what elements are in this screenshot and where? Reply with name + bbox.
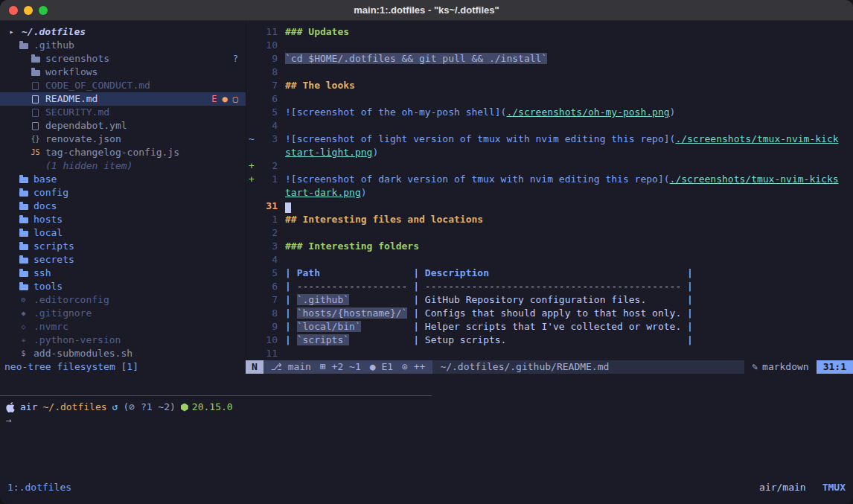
tree-item-base[interactable]: base [0, 173, 246, 186]
tree-item-label: CODE_OF_CONDUCT.md [45, 79, 150, 92]
editor-line[interactable]: 4 [246, 119, 853, 133]
tree-item-readme-md[interactable]: README.mdE●▢ [0, 92, 246, 106]
tree-item-label: .editorconfig [33, 293, 109, 307]
editor-line[interactable]: start-light.png) [246, 146, 853, 159]
tree-item-screenshots[interactable]: screenshots? [0, 52, 246, 66]
editor-line[interactable]: 9| `local/bin` | Helper scripts that I'v… [246, 320, 853, 334]
tree-item-scripts[interactable]: scripts [0, 240, 246, 253]
neo-tree-items: ▸~/.dotfiles.githubscreenshots?workflows… [0, 25, 246, 360]
filetype-indicator: ✎ markdown [744, 360, 816, 374]
tree-item-ssh[interactable]: ssh [0, 267, 246, 280]
editor-line[interactable]: +1![screenshot of dark version of tmux w… [246, 173, 853, 186]
gutter-sign [246, 240, 257, 253]
git-status-badges: E●▢ [211, 92, 238, 106]
editor-line[interactable]: ~3![screenshot of light version of tmux … [246, 133, 853, 146]
tree-item-hosts[interactable]: hosts [0, 213, 246, 226]
editor-line[interactable]: 10 [246, 39, 853, 52]
tree-item-docs[interactable]: docs [0, 200, 246, 213]
gutter-sign [246, 253, 257, 267]
editor-line[interactable]: 10| `scripts` | Setup scripts. | [246, 334, 853, 347]
tree-item-secrets[interactable]: secrets [0, 253, 246, 267]
shell-pane[interactable]: air ~/.dotfiles ↺ (⊘ ?1 ~2) 20.15.0 → [0, 396, 853, 480]
gutter-sign: ~ [246, 133, 257, 146]
tmux-session: air/main [759, 482, 806, 493]
cursor [285, 202, 291, 213]
tree-item-config[interactable]: config [0, 186, 246, 200]
gutter-sign [246, 92, 257, 106]
git-status-badges: ? [233, 52, 238, 66]
editor-line[interactable]: 8 [246, 66, 853, 79]
editor-line[interactable]: 7## The looks [246, 79, 853, 92]
tree-item-label: screenshots [45, 52, 109, 66]
gutter-sign [246, 52, 257, 66]
tree-item-label: .nvmrc [33, 320, 68, 334]
tree-item-1-hidden-item[interactable]: (1 hidden item) [0, 159, 246, 173]
line-text: | Path | Description | [285, 267, 693, 280]
line-text [285, 200, 291, 213]
editor-line[interactable]: 6| ------------------- | ---------------… [246, 280, 853, 293]
tree-item-editorconfig[interactable]: ⚙.editorconfig [0, 293, 246, 307]
editor-line[interactable]: 31 [246, 200, 853, 213]
tree-item-local[interactable]: local [0, 226, 246, 240]
tree-item-nvmrc[interactable]: ◇.nvmrc [0, 320, 246, 334]
gutter-sign [246, 200, 257, 213]
gutter-sign [246, 79, 257, 92]
editor-line[interactable]: 8| `hosts/{hostname}/` | Configs that sh… [246, 307, 853, 320]
gutter-sign [246, 66, 257, 79]
line-text: ![screenshot of the oh-my-posh shell](./… [285, 106, 675, 119]
tree-item-renovate-json[interactable]: {}renovate.json [0, 133, 246, 146]
tmux-status-right: air/main TMUX [759, 482, 846, 493]
line-text: | `hosts/{hostname}/` | Configs that sho… [285, 307, 693, 320]
zoom-button[interactable] [39, 6, 48, 15]
status-badge: E [211, 92, 217, 106]
editor-line[interactable]: tart-dark.png) [246, 186, 853, 200]
editor-line[interactable]: 11### Updates [246, 25, 853, 39]
tree-item-python-version[interactable]: ✳.python-version [0, 334, 246, 347]
tree-item-label: secrets [33, 253, 74, 267]
file-icon [30, 109, 41, 117]
tree-item-dotfiles[interactable]: ▸~/.dotfiles [0, 25, 246, 39]
line-text: ## The looks [285, 79, 355, 92]
command-line [0, 374, 853, 395]
editor-line[interactable]: 1## Interesting files and locations [246, 213, 853, 226]
line-number: 7 [257, 79, 278, 92]
editor-line[interactable]: 7| `.github` | GitHub Repository configu… [246, 293, 853, 307]
folder-icon [30, 56, 41, 62]
editor-line[interactable]: 2 [246, 226, 853, 240]
gutter-sign [246, 320, 257, 334]
prompt-arrow[interactable]: → [6, 414, 853, 427]
item-icon: ◆ [18, 307, 29, 320]
editor-line[interactable]: 4 [246, 253, 853, 267]
tree-item-tools[interactable]: tools [0, 280, 246, 293]
editor-line[interactable]: 3### Interesting folders [246, 240, 853, 253]
editor-line[interactable]: 5| Path | Description | [246, 267, 853, 280]
tree-item-workflows[interactable]: workflows [0, 66, 246, 79]
tree-item-dependabot-yml[interactable]: dependabot.yml [0, 119, 246, 133]
gutter-sign [246, 119, 257, 133]
tree-item-security-md[interactable]: SECURITY.md [0, 106, 246, 119]
tree-item-github[interactable]: .github [0, 39, 246, 52]
tree-item-code-of-conduct-md[interactable]: CODE_OF_CONDUCT.md [0, 79, 246, 92]
editor-line[interactable]: 6 [246, 92, 853, 106]
editor-line[interactable]: 9`cd $HOME/.dotfiles && git pull && ./in… [246, 52, 853, 66]
tmux-status-bar: 1:.dotfiles air/main TMUX [0, 480, 853, 494]
line-text: `cd $HOME/.dotfiles && git pull && ./ins… [285, 52, 547, 66]
editor[interactable]: 11### Updates 10 9`cd $HOME/.dotfiles &&… [246, 21, 853, 360]
line-number: 9 [257, 320, 278, 334]
gutter-sign [246, 106, 257, 119]
node-version: 20.15.0 [192, 401, 233, 414]
window-title: main:1:.dotfiles - "ks~/.dotfiles" [354, 4, 499, 16]
tree-item-add-submodules-sh[interactable]: $add-submodules.sh [0, 347, 246, 360]
item-icon: JS [30, 146, 41, 159]
close-button[interactable] [9, 6, 18, 15]
editor-line[interactable]: 11 [246, 347, 853, 360]
status-badge: ? [233, 52, 238, 66]
tmux-window-item[interactable]: 1:.dotfiles [7, 482, 71, 493]
gutter-sign [246, 39, 257, 52]
editor-line[interactable]: 5![screenshot of the oh-my-posh shell](.… [246, 106, 853, 119]
editor-line[interactable]: +2 [246, 159, 853, 173]
git-info: ⎇ main ⊞ +2 ~1 ● E1 ⊙ ++ [263, 360, 433, 374]
tree-item-tag-changelog-config-js[interactable]: JStag-changelog-config.js [0, 146, 246, 159]
tree-item-gitignore[interactable]: ◆.gitignore [0, 307, 246, 320]
minimize-button[interactable] [24, 6, 33, 15]
